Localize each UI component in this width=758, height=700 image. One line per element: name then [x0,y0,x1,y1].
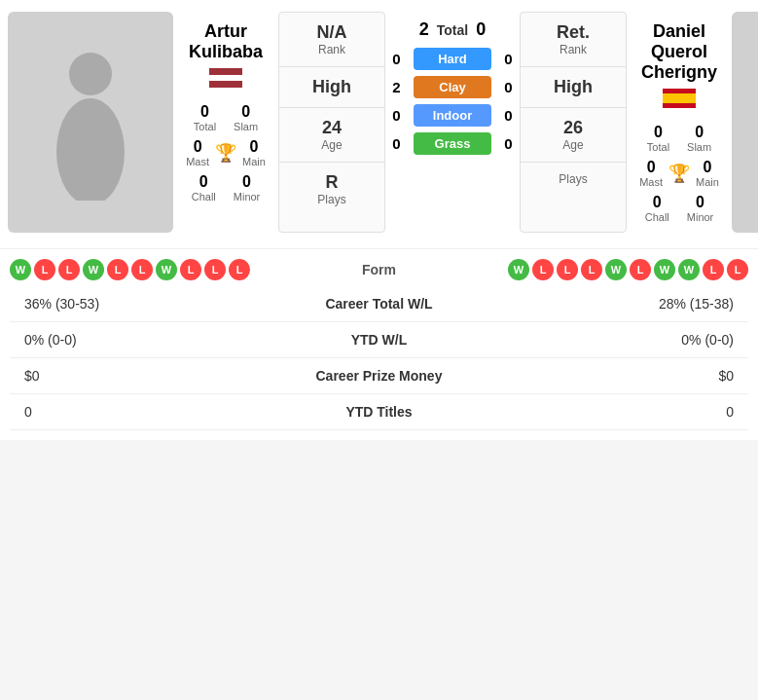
player1-rank-value: N/A [317,22,347,43]
hard-badge: Hard [414,48,491,70]
player2-total-cell: 0 Total [647,124,669,153]
player1-career-wl: 36% (30-53) [10,286,221,322]
grass-row: 0 Grass 0 [389,132,516,155]
player2-info: Daniel Querol Cherigny 0 Total 0 Slam [631,12,728,233]
player1-main-cell: 0 Main [242,138,266,167]
player2-middle-stats: Ret. Rank High 26 Age Plays [520,12,627,233]
player1-minor: 0 [242,173,251,191]
player1-rank-label: Rank [318,43,345,56]
player2-chall-cell: 0 Chall [645,194,669,223]
player2-age-row: 26 Age [521,108,626,163]
player2-ytd-wl: 0% (0-0) [537,322,748,358]
player2-total-label: Total [647,141,669,153]
player1-age-row: 24 Age [279,108,384,163]
loss-badge: L [532,259,554,280]
player2-main: 0 [703,159,711,176]
grass-right: 0 [501,135,516,152]
indoor-badge: Indoor [414,104,491,127]
surface-rows: 0 Hard 0 2 Clay 0 0 Indoor 0 0 Grass [389,48,516,155]
player2-mast: 0 [647,159,656,176]
ytd-titles-row: 0 YTD Titles 0 [10,394,748,430]
player2-mast-cell: 0 Mast [639,159,663,188]
player1-rank-row: N/A Rank [279,13,384,67]
hard-row: 0 Hard 0 [389,48,516,70]
win-badge: W [605,259,627,280]
svg-rect-6 [663,93,696,103]
top-section: Artur Kulibaba 0 Total 0 Slam [0,0,758,240]
player1-total-cell: 0 Total [194,103,216,132]
grass-badge: Grass [414,132,491,155]
indoor-left: 0 [389,107,404,124]
total-label: Total [437,22,468,38]
player2-name: Daniel Querol Cherigny [635,21,723,83]
player1-chall-label: Chall [192,191,216,203]
player2-minor: 0 [696,194,704,211]
player2-ytd-titles: 0 [537,394,748,430]
ytd-wl-row: 0% (0-0) YTD W/L 0% (0-0) [10,322,748,358]
player1-mast-label: Mast [186,156,209,167]
player2-flag [663,89,696,108]
form-label: Form [362,262,396,277]
clay-left: 2 [389,79,404,95]
player2-photo [732,12,758,233]
svg-point-0 [69,53,112,95]
player2-age-label: Age [562,138,583,152]
player1-form-badges: WLLWLLWLLL [10,259,250,280]
svg-point-1 [56,98,125,201]
player1-age-label: Age [321,138,342,152]
player2-minor-label: Minor [687,211,714,223]
player1-slam: 0 [241,103,250,121]
player2-plays-label: Plays [559,172,587,186]
center-matchup: 2 Total 0 0 Hard 0 2 Clay 0 0 Indoor [389,12,516,233]
total-left: 2 [419,19,429,40]
player1-mast: 0 [194,138,202,156]
player1-stats-row2: 0 Mast 🏆 0 Main [186,138,266,167]
loss-badge: L [630,259,651,280]
player1-stats-row3: 0 Chall 0 Minor [192,173,261,203]
career-prize-label: Career Prize Money [221,358,537,394]
player1-flag [209,68,242,88]
player1-career-prize: $0 [10,358,221,394]
player1-total-label: Total [194,121,216,132]
player1-stats-row1: 0 Total 0 Slam [194,103,258,132]
player2-stats-row1: 0 Total 0 Slam [647,124,711,153]
svg-rect-7 [663,103,696,108]
loss-badge: L [229,259,250,280]
loss-badge: L [34,259,55,280]
svg-rect-4 [209,81,242,88]
player1-total: 0 [200,103,209,121]
win-badge: W [508,259,529,280]
player2-stats-row3: 0 Chall 0 Minor [645,194,714,223]
player1-name-block: Artur Kulibaba [182,21,270,92]
career-wl-row: 36% (30-53) Career Total W/L 28% (15-38) [10,286,748,322]
svg-rect-2 [209,68,242,75]
player1-main-label: Main [242,156,266,167]
player2-rank-value: Ret. [557,22,590,43]
player2-stats-row2: 0 Mast 🏆 0 Main [639,159,719,188]
loss-badge: L [581,259,602,280]
player1-ytd-titles: 0 [10,394,221,430]
hard-right: 0 [501,51,516,67]
clay-badge: Clay [414,76,491,98]
player2-age-value: 26 [563,118,583,138]
grass-left: 0 [389,135,404,152]
player2-slam-label: Slam [687,141,711,153]
player1-plays-label: Plays [317,193,345,206]
player2-minor-cell: 0 Minor [687,194,714,223]
svg-rect-5 [663,89,696,93]
loss-badge: L [107,259,128,280]
player2-high-row: High [521,67,626,108]
player1-high-value: High [312,77,351,97]
player2-plays-row: Plays [521,163,626,196]
player1-main: 0 [249,138,258,156]
player2-form-badges: WLLLWLWWLL [508,259,748,280]
player1-minor-label: Minor [234,191,261,203]
player2-rank-label: Rank [559,43,587,56]
loss-badge: L [131,259,153,280]
player1-ytd-wl: 0% (0-0) [10,322,221,358]
total-right: 0 [476,19,486,40]
player1-plays-row: R Plays [279,163,384,216]
ytd-wl-label: YTD W/L [221,322,537,358]
form-row: WLLWLLWLLL Form WLLLWLWWLL [10,259,748,280]
player1-age-value: 24 [322,118,342,138]
